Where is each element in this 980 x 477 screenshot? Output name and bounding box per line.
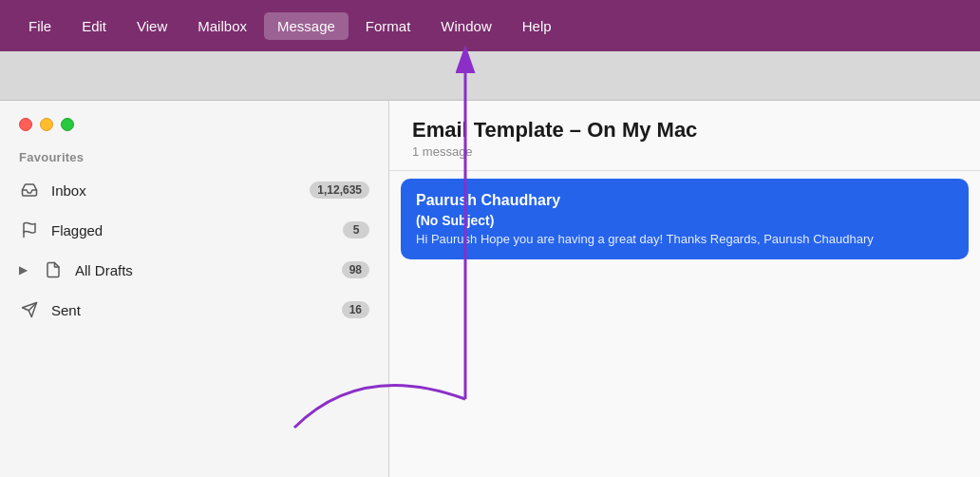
flagged-badge: 5: [343, 221, 369, 238]
inbox-icon: [19, 180, 40, 200]
menu-mailbox[interactable]: Mailbox: [184, 12, 260, 40]
mailbox-subtitle: 1 message: [412, 144, 957, 159]
sent-badge: 16: [342, 301, 369, 318]
sidebar-item-flagged[interactable]: Flagged 5: [0, 210, 388, 250]
menu-view[interactable]: View: [123, 12, 180, 40]
mailbox-header: Email Template – On My Mac 1 message: [389, 101, 980, 171]
minimize-button[interactable]: [40, 118, 53, 131]
menu-help[interactable]: Help: [509, 12, 565, 40]
menu-file[interactable]: File: [15, 12, 65, 40]
flagged-label: Flagged: [51, 222, 331, 238]
email-preview: Hi Paurush Hope you are having a great d…: [416, 232, 953, 246]
sidebar: Favourites Inbox 1,12,635 Flagged 5: [0, 51, 389, 477]
menu-bar: File Edit View Mailbox Message Format Wi…: [0, 0, 980, 51]
email-item[interactable]: Paurush Chaudhary (No Subject) Hi Paurus…: [401, 179, 969, 259]
inbox-label: Inbox: [51, 182, 298, 199]
toolbar: [0, 51, 980, 101]
favourites-label: Favourites: [0, 141, 388, 170]
menu-message[interactable]: Message: [264, 12, 349, 40]
all-drafts-badge: 98: [342, 261, 369, 278]
sidebar-item-all-drafts[interactable]: ▶ All Drafts 98: [0, 250, 388, 290]
draft-icon: [43, 259, 64, 280]
traffic-lights: [0, 101, 388, 141]
app-window: Favourites Inbox 1,12,635 Flagged 5: [0, 51, 980, 477]
email-list: Paurush Chaudhary (No Subject) Hi Paurus…: [389, 171, 980, 267]
menu-window[interactable]: Window: [427, 12, 504, 40]
email-sender: Paurush Chaudhary: [416, 192, 953, 209]
email-subject: (No Subject): [416, 213, 953, 228]
flag-icon: [19, 219, 40, 240]
close-button[interactable]: [19, 118, 32, 131]
inbox-badge: 1,12,635: [310, 181, 369, 199]
chevron-right-icon: ▶: [19, 263, 28, 277]
menu-edit[interactable]: Edit: [68, 12, 120, 40]
all-drafts-label: All Drafts: [75, 262, 330, 278]
sidebar-item-inbox[interactable]: Inbox 1,12,635: [0, 170, 388, 210]
sent-icon: [19, 299, 40, 320]
sent-label: Sent: [51, 302, 330, 318]
main-content: Email Template – On My Mac 1 message Pau…: [389, 51, 980, 477]
sidebar-item-sent[interactable]: Sent 16: [0, 290, 388, 330]
menu-format[interactable]: Format: [352, 12, 424, 40]
maximize-button[interactable]: [61, 118, 74, 131]
mailbox-title: Email Template – On My Mac: [412, 118, 957, 143]
